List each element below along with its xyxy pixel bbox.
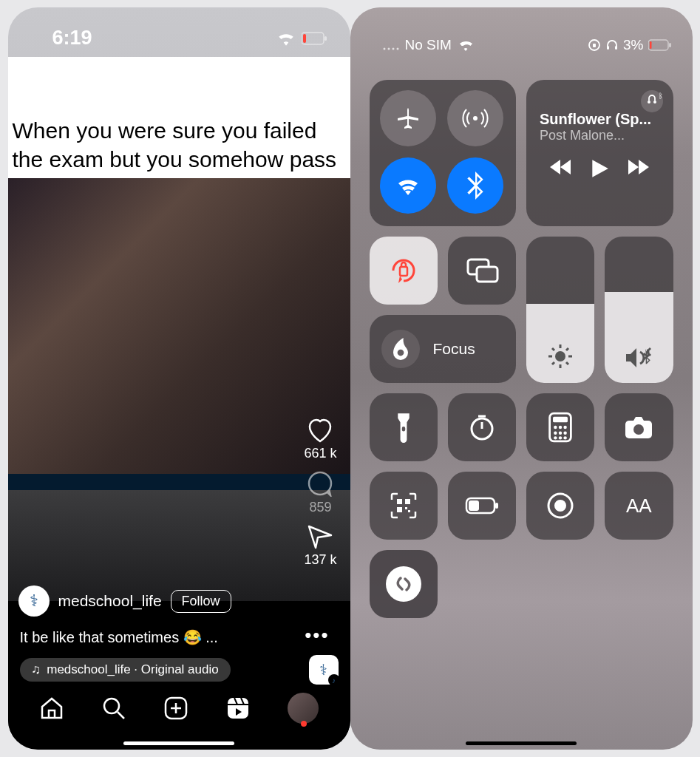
svg-rect-28: [400, 267, 407, 276]
audio-pill[interactable]: ♫ medschool_life · Original audio: [20, 658, 231, 682]
svg-point-56: [564, 436, 567, 439]
flashlight-button[interactable]: [370, 393, 438, 461]
brightness-slider[interactable]: [526, 237, 594, 383]
shazam-button[interactable]: [370, 550, 438, 618]
svg-point-13: [387, 48, 390, 50]
svg-rect-3: [309, 66, 333, 83]
share-count: 137 k: [304, 552, 336, 568]
airplay-audio-icon[interactable]: ᛒ: [639, 89, 665, 114]
orientation-lock-icon: [588, 38, 601, 52]
side-actions: 661 k 859 137 k: [304, 418, 336, 568]
focus-label: Focus: [433, 340, 475, 358]
svg-point-6: [104, 699, 119, 713]
svg-line-39: [566, 348, 568, 350]
share-button[interactable]: 137 k: [304, 524, 336, 568]
control-center-grid: ᛒ Sunflower (Sp... Post Malone...: [350, 61, 693, 637]
like-button[interactable]: 661 k: [304, 418, 336, 461]
svg-point-25: [648, 101, 650, 103]
follow-button[interactable]: Follow: [171, 590, 231, 613]
status-bar: 6:19: [8, 7, 350, 57]
carrier-label: No SIM: [405, 37, 452, 53]
bluetooth-button[interactable]: [447, 157, 503, 214]
text-size-button[interactable]: AA: [605, 472, 673, 540]
svg-point-50: [564, 426, 567, 429]
camera-button[interactable]: [605, 393, 673, 461]
wifi-button[interactable]: [380, 157, 436, 214]
svg-rect-2: [303, 34, 306, 43]
music-artist: Post Malone...: [540, 128, 660, 143]
svg-point-23: [473, 116, 478, 120]
svg-line-36: [552, 348, 554, 350]
control-center-screen: No SIM 3%: [350, 7, 693, 750]
svg-rect-21: [669, 43, 671, 47]
qr-scanner-button[interactable]: [370, 472, 438, 540]
svg-rect-61: [397, 507, 402, 512]
svg-rect-1: [324, 36, 327, 41]
previous-track-button[interactable]: [548, 158, 572, 179]
svg-point-52: [559, 432, 562, 435]
svg-text:ᛒ: ᛒ: [644, 350, 652, 365]
next-track-button[interactable]: [627, 158, 650, 179]
svg-point-48: [554, 426, 557, 429]
shazam-icon: [386, 566, 421, 602]
brightness-icon: [547, 343, 574, 370]
username[interactable]: medschool_life: [58, 592, 162, 610]
camera-icon[interactable]: [307, 61, 334, 84]
svg-line-37: [566, 362, 568, 364]
comment-button[interactable]: 859: [307, 470, 333, 515]
text-size-label: AA: [626, 495, 652, 517]
airplane-mode-button[interactable]: [380, 90, 436, 146]
reels-icon[interactable]: [225, 696, 251, 721]
svg-point-12: [383, 48, 385, 50]
svg-point-55: [559, 436, 562, 439]
svg-point-68: [554, 500, 566, 512]
search-icon[interactable]: [101, 696, 126, 721]
avatar[interactable]: ⚕: [18, 585, 50, 617]
svg-rect-30: [477, 267, 497, 282]
home-icon[interactable]: [39, 696, 64, 721]
battery-icon: [302, 32, 328, 45]
create-icon[interactable]: [163, 696, 188, 721]
bottom-nav: [8, 688, 350, 739]
screen-mirroring-button[interactable]: [448, 237, 516, 305]
volume-slider[interactable]: ᛒ: [605, 237, 673, 383]
timer-button[interactable]: [448, 393, 516, 461]
cellular-data-button[interactable]: [447, 90, 503, 146]
svg-point-26: [653, 101, 656, 103]
music-note-icon: ♫: [32, 662, 41, 677]
status-bar: No SIM 3%: [350, 7, 693, 61]
reel-video[interactable]: [8, 178, 350, 474]
svg-rect-65: [495, 503, 498, 509]
home-indicator[interactable]: [466, 741, 577, 745]
headphones-icon: [605, 38, 619, 52]
svg-rect-66: [469, 500, 479, 511]
svg-point-14: [392, 48, 394, 50]
profile-icon[interactable]: [288, 693, 319, 724]
instagram-reels-screen: 6:19 When you were sure you failed the e…: [8, 7, 350, 750]
audio-badge[interactable]: ⚕ ♪: [309, 655, 339, 685]
svg-point-49: [559, 426, 562, 429]
svg-point-54: [554, 436, 557, 439]
svg-point-53: [564, 432, 567, 435]
svg-point-51: [554, 432, 557, 435]
orientation-lock-button[interactable]: [370, 237, 438, 305]
svg-point-31: [555, 351, 565, 361]
home-indicator[interactable]: [123, 741, 234, 745]
svg-point-58: [633, 424, 644, 435]
now-playing-tile[interactable]: ᛒ Sunflower (Sp... Post Malone...: [526, 80, 673, 226]
lock-rotation-icon: [387, 254, 420, 287]
svg-rect-42: [401, 427, 404, 432]
low-power-mode-button[interactable]: [448, 472, 516, 540]
battery-percent: 3%: [623, 37, 643, 53]
calculator-button[interactable]: [526, 393, 594, 461]
more-options-button[interactable]: •••: [305, 624, 329, 647]
svg-point-15: [396, 48, 398, 50]
svg-rect-17: [593, 44, 596, 47]
post-author-row: ⚕ medschool_life Follow: [18, 585, 231, 617]
play-button[interactable]: [590, 158, 609, 179]
status-time: 6:19: [52, 27, 92, 50]
focus-button[interactable]: Focus: [370, 315, 517, 383]
screen-recording-button[interactable]: [526, 472, 594, 540]
signal-icon: [383, 40, 399, 50]
svg-point-41: [397, 350, 404, 356]
